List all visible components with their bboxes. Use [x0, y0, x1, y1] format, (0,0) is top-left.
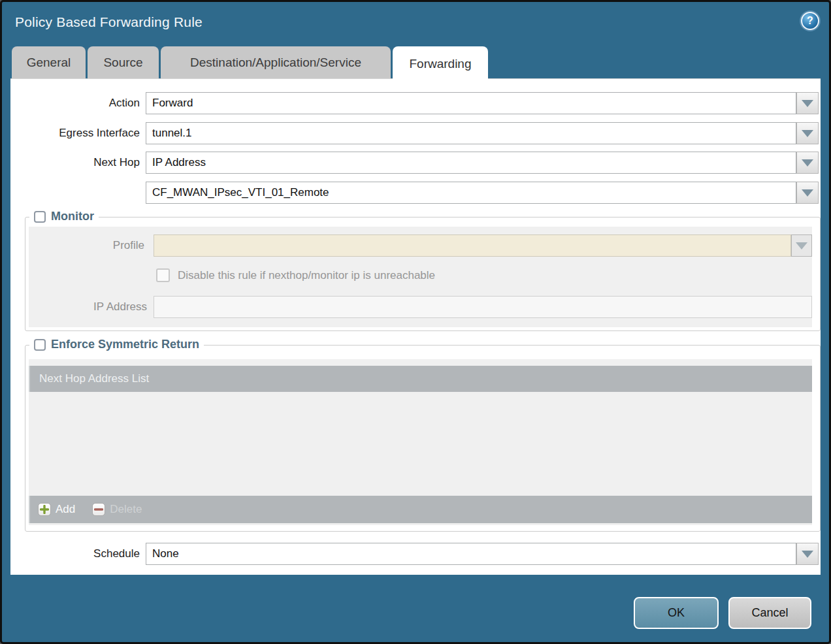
monitor-panel: Profile Disable this rule if nexthop/mon…	[29, 227, 812, 327]
chevron-down-icon	[796, 242, 807, 250]
monitor-section: Monitor Profile Disable this rule if nex…	[25, 217, 821, 331]
pbf-rule-dialog: Policy Based Forwarding Rule ? General S…	[0, 0, 831, 644]
monitor-legend-label: Monitor	[51, 210, 94, 223]
delete-icon	[92, 503, 105, 516]
monitor-ip-address-input	[154, 296, 812, 318]
action-select[interactable]: Forward	[146, 92, 796, 114]
symmetric-return-legend: Enforce Symmetric Return	[29, 338, 204, 351]
monitor-ip-address-label: IP Address	[29, 296, 147, 318]
tab-general[interactable]: General	[12, 46, 86, 78]
profile-label: Profile	[29, 234, 144, 257]
chevron-down-icon	[802, 130, 813, 137]
next-hop-address-table: Next Hop Address List Add	[29, 359, 812, 525]
symmetric-return-legend-label: Enforce Symmetric Return	[51, 338, 199, 351]
delete-button-label: Delete	[110, 503, 142, 516]
monitor-legend: Monitor	[29, 210, 99, 223]
monitor-checkbox[interactable]	[34, 211, 46, 223]
tab-source[interactable]: Source	[88, 46, 159, 78]
symmetric-return-section: Enforce Symmetric Return Next Hop Addres…	[25, 345, 821, 532]
next-hop-type-dropdown-button[interactable]	[796, 152, 819, 174]
title-bar: Policy Based Forwarding Rule ?	[2, 2, 829, 44]
profile-select	[154, 234, 791, 257]
chevron-down-icon	[802, 100, 813, 107]
chevron-down-icon	[802, 189, 813, 197]
table-footer: Add Delete	[29, 496, 812, 523]
schedule-dropdown-button[interactable]	[796, 543, 819, 565]
table-header-next-hop-address-list: Next Hop Address List	[29, 366, 812, 392]
schedule-select[interactable]: None	[146, 543, 796, 565]
chevron-down-icon	[802, 551, 813, 558]
add-button[interactable]: Add	[38, 503, 75, 516]
tab-destination-application-service[interactable]: Destination/Application/Service	[161, 46, 391, 78]
next-hop-address-select[interactable]: CF_MWAN_IPsec_VTI_01_Remote	[146, 182, 796, 204]
add-button-label: Add	[56, 503, 75, 516]
add-icon	[38, 503, 51, 516]
egress-interface-dropdown-button[interactable]	[796, 122, 819, 144]
table-body	[29, 392, 812, 496]
egress-interface-select[interactable]: tunnel.1	[146, 122, 796, 144]
disable-rule-checkbox	[156, 268, 170, 282]
next-hop-address-dropdown-button[interactable]	[796, 182, 819, 204]
delete-button: Delete	[92, 503, 142, 516]
disable-rule-label: Disable this rule if nexthop/monitor ip …	[178, 268, 435, 283]
profile-dropdown-button	[791, 234, 812, 257]
symmetric-return-checkbox[interactable]	[34, 339, 46, 351]
forwarding-panel: Action Forward Egress Interface tunnel.1…	[10, 78, 821, 575]
tab-bar: General Source Destination/Application/S…	[12, 46, 488, 81]
action-label: Action	[12, 92, 140, 114]
action-dropdown-button[interactable]	[796, 92, 819, 114]
cancel-button[interactable]: Cancel	[728, 597, 811, 629]
dialog-title: Policy Based Forwarding Rule	[15, 14, 203, 30]
help-icon[interactable]: ?	[801, 12, 819, 30]
schedule-label: Schedule	[12, 543, 140, 565]
ok-button[interactable]: OK	[634, 597, 719, 629]
chevron-down-icon	[802, 159, 813, 167]
egress-interface-label: Egress Interface	[12, 122, 140, 144]
next-hop-label: Next Hop	[12, 152, 140, 174]
next-hop-type-select[interactable]: IP Address	[146, 152, 796, 174]
tab-forwarding[interactable]: Forwarding	[393, 46, 488, 81]
